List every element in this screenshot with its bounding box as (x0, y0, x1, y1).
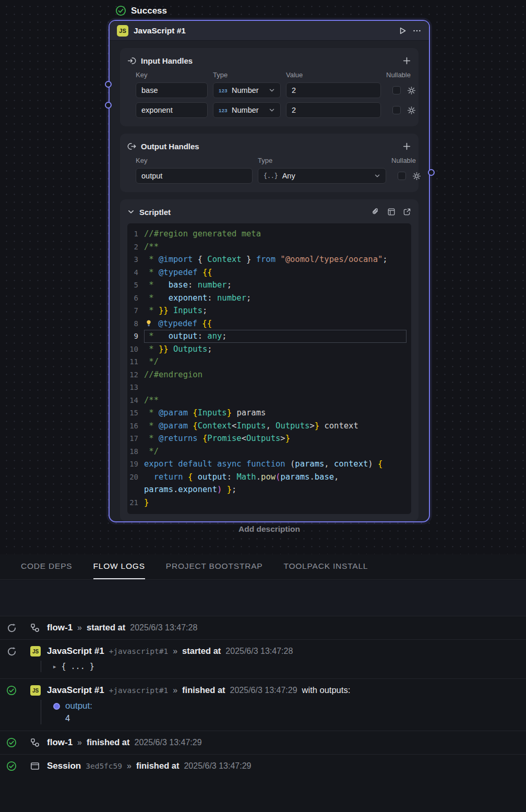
handle-type-select[interactable]: 123Number (213, 82, 281, 98)
run-node-icon[interactable] (398, 26, 407, 35)
chevron-down-icon (269, 107, 275, 113)
collapsed-object-expander[interactable]: ▸{ ... } (53, 662, 518, 671)
code-line[interactable]: 10 * }} Outputs; (127, 343, 409, 356)
code-line[interactable]: 20 return { output: Math.pow(params.base… (127, 471, 409, 484)
line-number: 6 (127, 292, 144, 305)
log-row[interactable]: flow-1»started at2025/6/3 13:47:28 (0, 616, 526, 639)
code-text: * }} Inputs; (144, 304, 407, 317)
number-type-icon: 123 (219, 88, 228, 93)
lightbulb-icon[interactable] (144, 319, 153, 327)
node-card-javascript-1[interactable]: JS JavaScript #1 Input Handles Key Type … (109, 20, 430, 522)
log-entry: flow-1»finished at2025/6/3 13:47:29 (6, 737, 518, 748)
log-node-id: +javascript#1 (109, 686, 169, 695)
column-label-nullable: Nullable (391, 157, 416, 164)
input-port-exponent[interactable] (105, 102, 112, 109)
session-icon (30, 761, 40, 771)
gear-icon[interactable] (412, 172, 421, 181)
gear-icon[interactable] (407, 86, 416, 95)
handle-value-input[interactable]: 2 (286, 102, 381, 118)
log-row[interactable]: JSJavaScript #1+javascript#1»finished at… (0, 678, 526, 731)
code-line[interactable]: 3 * @import { Context } from "@oomol/typ… (127, 253, 409, 266)
code-line[interactable]: params.exponent) }; (127, 483, 409, 496)
spinner-icon (6, 647, 17, 656)
add-output-handle-icon[interactable] (402, 142, 411, 151)
line-number: 12 (127, 368, 144, 381)
log-text: flow-1»finished at2025/6/3 13:47:29 (47, 737, 202, 748)
gear-icon[interactable] (407, 106, 416, 115)
code-text (144, 381, 407, 394)
log-entry: JSJavaScript #1+javascript#1»finished at… (6, 685, 518, 696)
code-text: * @param {Inputs} params (144, 407, 407, 420)
log-timestamp: 2025/6/3 13:47:29 (230, 686, 297, 695)
node-title: JavaScript #1 (134, 26, 186, 35)
code-line[interactable]: 2/** (127, 241, 409, 254)
code-line[interactable]: 18 */ (127, 445, 409, 458)
notebook-icon[interactable] (387, 208, 396, 216)
status-badge: Success (115, 5, 167, 16)
column-label-nullable: Nullable (386, 71, 411, 79)
nullable-checkbox[interactable] (392, 106, 401, 114)
code-line[interactable]: 6 * exponent: number; (127, 292, 409, 305)
add-description-button[interactable]: Add description (109, 524, 430, 534)
tab-toolpack-install[interactable]: TOOLPACK INSTALL (283, 554, 368, 579)
tab-code-deps[interactable]: CODE DEPS (21, 554, 73, 579)
attachment-icon[interactable] (372, 208, 380, 216)
code-line[interactable]: 21} (127, 496, 409, 509)
log-row[interactable]: Session3ed5fc59»finished at2025/6/3 13:4… (0, 754, 526, 778)
handle-key-input[interactable]: output (136, 168, 253, 184)
log-separator: » (127, 761, 132, 771)
tab-project-bootstrap[interactable]: PROJECT BOOTSTRAP (166, 554, 263, 579)
handle-type-select[interactable]: 123Number (213, 102, 281, 118)
log-type-cell (30, 738, 41, 747)
code-line[interactable]: 15 * @param {Inputs} params (127, 407, 409, 420)
flow-canvas[interactable]: Success JS JavaScript #1 Input Handles K… (0, 0, 526, 554)
spinner-icon (6, 623, 17, 633)
output-entry[interactable]: output: (53, 701, 518, 711)
scriptlet-panel: Scriptlet 1//#region generated meta2/**3… (120, 199, 419, 521)
collapse-chevron-icon[interactable] (127, 208, 135, 216)
add-input-handle-icon[interactable] (402, 56, 411, 65)
code-line[interactable]: 12//#endregion (127, 368, 409, 381)
code-line[interactable]: 9 * output: any; (127, 330, 409, 343)
handle-type-select[interactable]: {..}Any (258, 168, 386, 184)
code-line[interactable]: 17 * @returns {Promise<Outputs>} (127, 432, 409, 445)
input-port-base[interactable] (105, 81, 112, 88)
nullable-checkbox[interactable] (392, 86, 401, 94)
code-line[interactable]: 19export default async function (params,… (127, 458, 409, 471)
log-child: output:4 (41, 700, 518, 724)
scriptlet-title: Scriptlet (139, 208, 171, 217)
code-line[interactable]: 16 * @param {Context<Inputs, Outputs>} c… (127, 420, 409, 433)
handle-key-input[interactable]: exponent (136, 102, 208, 118)
code-editor[interactable]: 1//#region generated meta2/**3 * @import… (127, 223, 411, 514)
code-text: export default async function (params, c… (144, 458, 407, 471)
nullable-checkbox[interactable] (398, 172, 406, 180)
number-type-icon: 123 (219, 108, 228, 113)
more-options-icon[interactable] (412, 26, 422, 35)
log-row[interactable]: JSJavaScript #1+javascript#1»started at2… (0, 639, 526, 678)
code-line[interactable]: 13 (127, 381, 409, 394)
line-number: 13 (127, 381, 144, 394)
log-text: JavaScript #1+javascript#1»finished at20… (47, 685, 350, 696)
handle-value-input[interactable]: 2 (286, 82, 381, 98)
log-timestamp: 2025/6/3 13:47:29 (184, 761, 251, 771)
logs-toolbar (0, 580, 526, 616)
nullable-cell (386, 86, 416, 95)
status-badge-label: Success (131, 6, 167, 16)
code-line[interactable]: 11 */ (127, 355, 409, 368)
check-circle-icon (6, 685, 17, 696)
code-line[interactable]: 4 * @typedef {{ (127, 266, 409, 279)
open-external-icon[interactable] (403, 208, 411, 216)
outputs-block: output:4 (53, 701, 518, 723)
line-number: 17 (127, 432, 144, 445)
line-number: 21 (127, 496, 144, 509)
code-line[interactable]: 5 * base: number; (127, 279, 409, 292)
code-line[interactable]: 14/** (127, 394, 409, 407)
code-line[interactable]: 8 @typedef {{ (127, 317, 409, 330)
line-number: 14 (127, 394, 144, 407)
output-port-output[interactable] (428, 169, 435, 176)
handle-key-input[interactable]: base (136, 82, 208, 98)
tab-flow-logs[interactable]: FLOW LOGS (93, 554, 145, 579)
code-line[interactable]: 1//#region generated meta (127, 228, 409, 241)
code-line[interactable]: 7 * }} Inputs; (127, 304, 409, 317)
log-row[interactable]: flow-1»finished at2025/6/3 13:47:29 (0, 731, 526, 754)
